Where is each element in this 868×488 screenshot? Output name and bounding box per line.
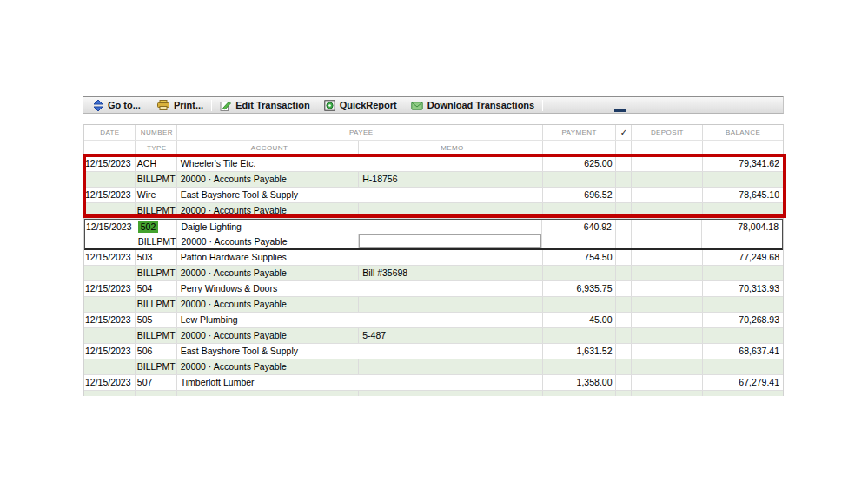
empty-cell <box>703 328 783 343</box>
quickreport-button[interactable]: QuickReport <box>317 97 404 113</box>
empty-cell <box>632 172 703 187</box>
empty-cell <box>632 328 703 343</box>
deposit-cell[interactable] <box>632 313 703 327</box>
deposit-cell[interactable] <box>632 188 703 202</box>
go-to-button[interactable]: Go to... <box>86 97 148 113</box>
balance-cell: 77,249.68 <box>703 250 783 265</box>
balance-cell: 70,313.93 <box>703 281 783 296</box>
memo-cell[interactable]: Bill #35698 <box>359 266 542 280</box>
account-cell[interactable]: 20000 · Accounts Payable <box>177 359 359 374</box>
number-cell[interactable]: 505 <box>136 313 177 327</box>
number-cell[interactable]: 507 <box>136 375 177 390</box>
deposit-cell[interactable] <box>632 156 703 171</box>
type-cell: BILLPMT <box>136 203 177 218</box>
number-cell[interactable]: 503 <box>136 250 177 265</box>
cleared-cell[interactable] <box>616 344 632 359</box>
memo-cell[interactable]: 5-487 <box>359 328 542 343</box>
account-field[interactable]: 20000 · Accounts Payable <box>177 234 359 249</box>
payee-cell[interactable]: Patton Hardware Supplies <box>177 250 543 265</box>
memo-cell[interactable] <box>359 297 542 312</box>
empty-cell <box>616 234 632 249</box>
balance-cell: 78,645.10 <box>703 188 783 202</box>
empty-cell <box>703 203 783 218</box>
empty-cell <box>703 391 783 396</box>
empty-cell <box>84 203 136 218</box>
date-cell[interactable]: 12/15/2023 <box>84 344 136 359</box>
deposit-cell[interactable] <box>632 344 703 359</box>
deposit-cell[interactable] <box>632 375 703 390</box>
account-cell[interactable] <box>177 391 359 396</box>
empty-header-cell <box>703 141 783 155</box>
payee-cell[interactable]: East Bayshore Tool & Supply <box>177 344 543 359</box>
date-cell[interactable]: 12/15/2023 <box>84 281 136 296</box>
date-cell[interactable]: 12/15/2023 <box>84 375 136 390</box>
cleared-cell[interactable] <box>616 220 632 234</box>
payment-cell[interactable]: 1,631.52 <box>543 344 617 359</box>
payee-cell[interactable]: Wheeler's Tile Etc. <box>177 156 543 171</box>
date-cell[interactable]: 12/15/2023 <box>85 220 136 234</box>
cleared-cell[interactable] <box>616 188 632 202</box>
memo-cell[interactable] <box>359 391 542 396</box>
empty-cell <box>703 172 783 187</box>
download-transactions-label: Download Transactions <box>427 100 534 110</box>
empty-cell <box>632 297 703 312</box>
register-window: Go to... Print... Edit Transaction <box>83 96 784 396</box>
date-column-header: DATE <box>84 125 136 140</box>
empty-cell <box>616 328 632 343</box>
payee-cell[interactable]: Timberloft Lumber <box>177 375 543 390</box>
table-row: 12/15/2023 506 East Bayshore Tool & Supp… <box>84 344 783 375</box>
date-cell[interactable]: 12/15/2023 <box>84 156 136 171</box>
cleared-cell[interactable] <box>616 281 632 296</box>
account-cell[interactable]: 20000 · Accounts Payable <box>177 172 359 187</box>
cleared-cell[interactable] <box>616 313 632 327</box>
deposit-cell[interactable] <box>632 250 703 265</box>
download-transactions-button[interactable]: Download Transactions <box>404 97 541 113</box>
cleared-cell[interactable] <box>616 250 632 265</box>
table-header-row-1: DATE NUMBER PAYEE PAYMENT ✓ DEPOSIT BALA… <box>84 125 783 141</box>
date-cell[interactable]: 12/15/2023 <box>84 250 136 265</box>
memo-cell[interactable]: H-18756 <box>359 172 542 187</box>
date-cell[interactable]: 12/15/2023 <box>84 313 136 327</box>
payment-cell[interactable]: 696.52 <box>543 188 617 202</box>
memo-field[interactable] <box>359 234 542 249</box>
deposit-cell[interactable] <box>632 220 703 234</box>
quickreport-label: QuickReport <box>340 100 397 110</box>
memo-cell[interactable] <box>359 203 542 218</box>
payment-cell[interactable]: 640.92 <box>542 220 616 234</box>
payment-cell[interactable]: 45.00 <box>543 313 617 327</box>
deposit-cell[interactable] <box>632 281 703 296</box>
empty-cell <box>632 266 703 280</box>
empty-cell <box>84 297 136 312</box>
number-cell[interactable]: 502 <box>136 220 178 234</box>
number-cell[interactable]: ACH <box>136 156 177 171</box>
number-cell[interactable]: 504 <box>136 281 177 296</box>
cleared-cell[interactable] <box>616 375 632 390</box>
type-cell: BILLPMT <box>136 172 177 187</box>
payee-cell[interactable]: Daigle Lighting <box>177 220 542 234</box>
account-cell[interactable]: 20000 · Accounts Payable <box>177 328 359 343</box>
empty-cell <box>703 266 783 280</box>
deposit-column-header: DEPOSIT <box>632 125 703 140</box>
balance-cell: 67,279.41 <box>703 375 783 390</box>
edit-transaction-button[interactable]: Edit Transaction <box>213 97 317 113</box>
payment-cell[interactable]: 754.50 <box>543 250 617 265</box>
payment-cell[interactable]: 6,935.75 <box>543 281 617 296</box>
memo-column-header: MEMO <box>359 141 542 155</box>
date-cell[interactable]: 12/15/2023 <box>84 188 136 202</box>
empty-cell <box>632 359 703 374</box>
number-cell[interactable]: Wire <box>136 188 177 202</box>
payee-cell[interactable]: East Bayshore Tool & Supply <box>177 188 543 202</box>
print-button[interactable]: Print... <box>150 97 210 113</box>
memo-cell[interactable] <box>359 359 542 374</box>
account-cell[interactable]: 20000 · Accounts Payable <box>177 266 359 280</box>
account-cell[interactable]: 20000 · Accounts Payable <box>177 297 359 312</box>
cleared-cell[interactable] <box>616 156 632 171</box>
payment-cell[interactable]: 625.00 <box>543 156 617 171</box>
empty-cell <box>543 266 617 280</box>
payee-cell[interactable]: Lew Plumbing <box>177 313 543 327</box>
payee-cell[interactable]: Perry Windows & Doors <box>177 281 543 296</box>
empty-cell <box>702 234 782 249</box>
payment-cell[interactable]: 1,358.00 <box>543 375 617 390</box>
account-cell[interactable]: 20000 · Accounts Payable <box>177 203 359 218</box>
number-cell[interactable]: 506 <box>136 344 177 359</box>
